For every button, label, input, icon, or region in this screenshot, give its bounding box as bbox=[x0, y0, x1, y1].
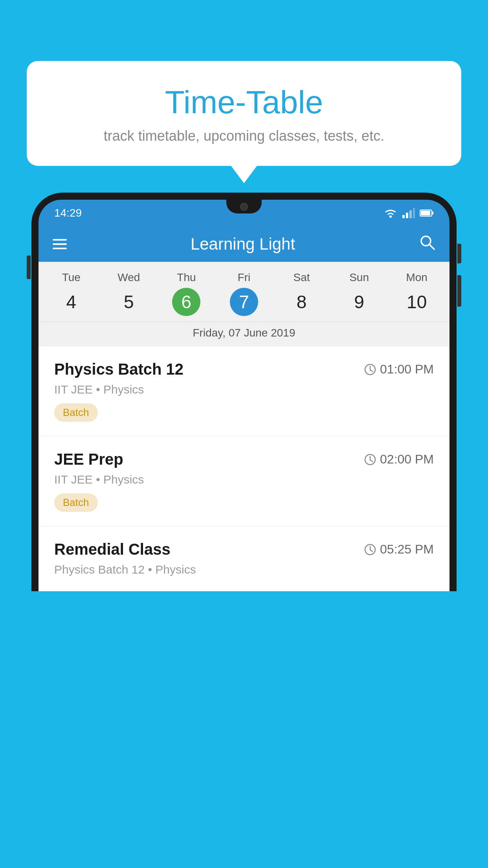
phone-outer: 14:29 bbox=[31, 193, 457, 591]
day-col-thu[interactable]: Thu6 bbox=[169, 271, 204, 316]
search-button[interactable] bbox=[419, 234, 435, 254]
svg-line-12 bbox=[370, 370, 372, 371]
day-label: Mon bbox=[406, 271, 427, 284]
svg-line-9 bbox=[429, 245, 434, 249]
day-col-wed[interactable]: Wed5 bbox=[111, 271, 147, 316]
calendar-strip: Tue4Wed5Thu6Fri7Sat8Sun9Mon10 Friday, 07… bbox=[39, 262, 449, 346]
svg-line-15 bbox=[370, 460, 372, 462]
day-number: 7 bbox=[230, 288, 258, 316]
svg-rect-7 bbox=[432, 211, 433, 215]
day-col-tue[interactable]: Tue4 bbox=[53, 271, 89, 316]
status-time: 14:29 bbox=[54, 207, 82, 219]
schedule-item[interactable]: Physics Batch 12 01:00 PMIIT JEE • Physi… bbox=[39, 346, 449, 436]
schedule-item[interactable]: Remedial Class 05:25 PMPhysics Batch 12 … bbox=[39, 526, 449, 591]
svg-point-0 bbox=[389, 215, 392, 218]
phone-notch bbox=[226, 200, 262, 213]
schedule-item-time: 01:00 PM bbox=[364, 362, 434, 377]
days-row: Tue4Wed5Thu6Fri7Sat8Sun9Mon10 bbox=[39, 271, 449, 316]
schedule-item-time: 02:00 PM bbox=[364, 452, 434, 467]
day-number: 9 bbox=[345, 288, 373, 316]
phone-side-button-right-top bbox=[457, 244, 461, 263]
speech-bubble-title: Time-Table bbox=[46, 85, 442, 120]
schedule-item-sub: Physics Batch 12 • Physics bbox=[54, 563, 434, 576]
day-label: Wed bbox=[117, 271, 140, 284]
phone-side-button-right-bottom bbox=[457, 275, 461, 307]
day-label: Tue bbox=[62, 271, 81, 284]
phone-screen: Learning Light Tue4Wed5Thu6Fri7Sat8Sun9M… bbox=[39, 226, 449, 591]
schedule-item-title: Physics Batch 12 bbox=[54, 360, 183, 378]
day-col-sat[interactable]: Sat8 bbox=[284, 271, 319, 316]
schedule-item-sub: IIT JEE • Physics bbox=[54, 383, 434, 396]
hamburger-line-3 bbox=[53, 248, 67, 249]
app-header: Learning Light bbox=[39, 226, 449, 262]
clock-icon bbox=[364, 454, 376, 465]
phone-mockup: 14:29 bbox=[31, 193, 457, 868]
day-number: 10 bbox=[403, 288, 431, 316]
schedule-list: Physics Batch 12 01:00 PMIIT JEE • Physi… bbox=[39, 346, 449, 591]
batch-badge: Batch bbox=[54, 493, 98, 512]
selected-date-label: Friday, 07 June 2019 bbox=[39, 322, 449, 346]
day-label: Fri bbox=[238, 271, 251, 284]
day-col-sun[interactable]: Sun9 bbox=[341, 271, 377, 316]
svg-rect-2 bbox=[406, 213, 408, 218]
camera-dot bbox=[240, 203, 248, 211]
day-label: Sun bbox=[349, 271, 369, 284]
speech-bubble-subtitle: track timetable, upcoming classes, tests… bbox=[46, 128, 442, 144]
day-number: 6 bbox=[172, 288, 200, 316]
schedule-item[interactable]: JEE Prep 02:00 PMIIT JEE • PhysicsBatch bbox=[39, 436, 449, 526]
hamburger-line-1 bbox=[53, 239, 67, 241]
day-label: Thu bbox=[177, 271, 196, 284]
schedule-item-time: 05:25 PM bbox=[364, 542, 434, 557]
hamburger-line-2 bbox=[53, 243, 67, 245]
app-title: Learning Light bbox=[191, 235, 295, 254]
svg-rect-4 bbox=[413, 208, 415, 218]
hamburger-menu-button[interactable] bbox=[53, 239, 67, 249]
schedule-item-header: Physics Batch 12 01:00 PM bbox=[54, 360, 434, 378]
day-col-fri[interactable]: Fri7 bbox=[226, 271, 262, 316]
clock-icon bbox=[364, 364, 376, 375]
svg-line-18 bbox=[370, 550, 372, 552]
schedule-item-title: JEE Prep bbox=[54, 451, 123, 468]
day-number: 5 bbox=[115, 288, 143, 316]
status-bar: 14:29 bbox=[39, 200, 449, 226]
svg-rect-1 bbox=[402, 215, 405, 218]
speech-bubble: Time-Table track timetable, upcoming cla… bbox=[27, 61, 461, 166]
speech-bubble-container: Time-Table track timetable, upcoming cla… bbox=[27, 61, 461, 166]
day-number: 4 bbox=[57, 288, 85, 316]
schedule-item-header: Remedial Class 05:25 PM bbox=[54, 541, 434, 558]
battery-icon bbox=[420, 209, 434, 217]
svg-rect-3 bbox=[409, 210, 412, 218]
day-number: 8 bbox=[288, 288, 316, 316]
schedule-item-sub: IIT JEE • Physics bbox=[54, 473, 434, 486]
wifi-icon bbox=[383, 208, 398, 218]
status-icons bbox=[383, 208, 434, 218]
day-label: Sat bbox=[294, 271, 310, 284]
schedule-item-header: JEE Prep 02:00 PM bbox=[54, 451, 434, 468]
batch-badge: Batch bbox=[54, 403, 98, 422]
phone-side-button-left bbox=[27, 256, 31, 279]
day-col-mon[interactable]: Mon10 bbox=[399, 271, 435, 316]
clock-icon bbox=[364, 544, 376, 555]
svg-rect-6 bbox=[421, 211, 430, 215]
signal-icon bbox=[402, 208, 415, 218]
schedule-item-title: Remedial Class bbox=[54, 541, 171, 558]
